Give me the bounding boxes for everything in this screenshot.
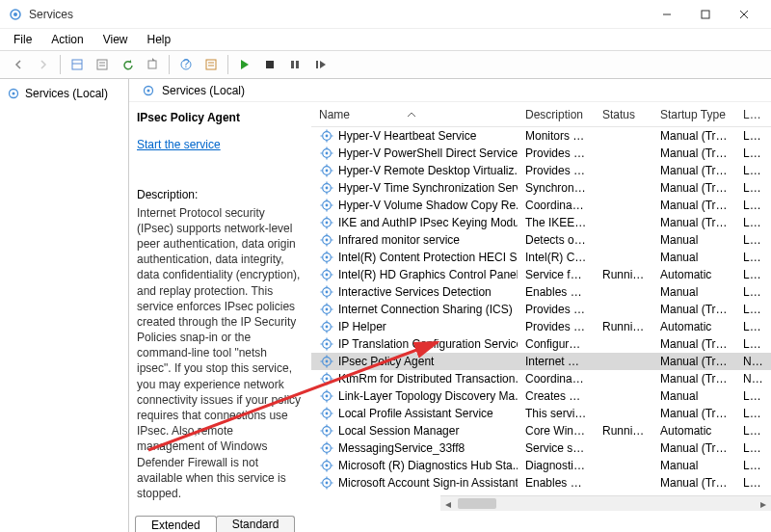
svg-text:?: ? xyxy=(183,58,190,70)
col-name[interactable]: Name xyxy=(311,108,518,121)
start-service-link[interactable]: Start the service xyxy=(137,137,221,152)
table-row[interactable]: Local Session ManagerCore Windo...Runnin… xyxy=(311,422,771,439)
service-desc: Internet Pro... xyxy=(518,355,595,368)
pause-service-button[interactable] xyxy=(283,53,306,76)
gear-icon xyxy=(319,336,334,352)
table-row[interactable]: Hyper-V PowerShell Direct ServiceProvide… xyxy=(311,145,771,162)
properties2-button[interactable] xyxy=(199,53,223,76)
table-row[interactable]: Hyper-V Time Synchronization Serv...Sync… xyxy=(311,179,771,197)
service-logon: Loc xyxy=(735,199,764,212)
svg-point-62 xyxy=(326,239,329,242)
table-row[interactable]: Local Profile Assistant ServiceThis serv… xyxy=(311,405,771,422)
menu-action[interactable]: Action xyxy=(41,31,93,48)
gear-icon xyxy=(319,388,334,404)
maximize-button[interactable] xyxy=(686,1,725,28)
properties-button[interactable] xyxy=(91,53,114,76)
table-row[interactable]: KtmRm for Distributed Transaction...Coor… xyxy=(311,370,771,387)
table-row[interactable]: Infrared monitor serviceDetects oth...Ma… xyxy=(311,231,771,249)
service-startup: Manual (Trig... xyxy=(652,441,735,455)
service-name: MessagingService_33ff8 xyxy=(338,441,465,455)
gear-icon xyxy=(319,180,334,196)
service-name: Hyper-V Remote Desktop Virtualiz... xyxy=(338,164,518,177)
gear-icon xyxy=(319,215,334,230)
svg-rect-18 xyxy=(291,61,294,68)
gear-icon xyxy=(319,128,334,144)
service-name: IP Translation Configuration Service xyxy=(338,337,518,351)
service-desc: Creates a N... xyxy=(518,389,595,403)
view-tabs: Extended Standard xyxy=(129,511,294,532)
start-service-button[interactable] xyxy=(233,53,256,76)
table-row[interactable]: Interactive Services DetectionEnables us… xyxy=(311,283,771,301)
help-button[interactable]: ? xyxy=(174,53,198,76)
col-description[interactable]: Description xyxy=(518,108,595,121)
gear-icon xyxy=(319,423,334,439)
stop-service-button[interactable] xyxy=(258,53,281,76)
table-row[interactable]: Internet Connection Sharing (ICS)Provide… xyxy=(311,301,771,318)
svg-point-1 xyxy=(13,13,17,16)
service-rows[interactable]: Hyper-V Heartbeat ServiceMonitors th...M… xyxy=(311,127,771,505)
service-name: Link-Layer Topology Discovery Ma... xyxy=(338,389,518,403)
service-desc: Provides ne... xyxy=(518,303,595,316)
tree-node-services-local[interactable]: Services (Local) xyxy=(0,83,128,104)
gear-icon xyxy=(319,284,334,300)
service-desc: Enables use... xyxy=(518,476,595,490)
horizontal-scrollbar[interactable]: ◂ ▸ xyxy=(440,495,771,511)
menu-file[interactable]: File xyxy=(4,31,41,48)
service-startup: Manual (Trig... xyxy=(652,476,735,490)
service-logon: Loc xyxy=(735,441,764,455)
tree-node-label: Services (Local) xyxy=(25,87,108,100)
table-row[interactable]: Link-Layer Topology Discovery Ma...Creat… xyxy=(311,387,771,405)
table-row[interactable]: Microsoft Account Sign-in AssistantEnabl… xyxy=(311,474,771,492)
service-startup: Manual (Trig... xyxy=(652,146,735,160)
col-logon[interactable]: Log On As xyxy=(735,108,764,121)
service-desc: The IKEEXT ... xyxy=(518,216,595,229)
menu-help[interactable]: Help xyxy=(138,31,181,48)
scroll-right-icon[interactable]: ▸ xyxy=(756,496,771,511)
service-desc: Core Windo... xyxy=(518,424,595,438)
gear-icon xyxy=(319,319,334,334)
refresh-button[interactable] xyxy=(116,53,139,76)
service-logon: Loc xyxy=(735,320,764,333)
col-status[interactable]: Status xyxy=(595,108,652,121)
table-row[interactable]: Microsoft (R) Diagnostics Hub Sta...Diag… xyxy=(311,457,771,474)
restart-service-button[interactable] xyxy=(308,53,332,76)
forward-button[interactable] xyxy=(32,53,55,76)
gear-icon xyxy=(319,354,334,369)
table-row[interactable]: IPsec Policy AgentInternet Pro...Manual … xyxy=(311,353,771,370)
minimize-button[interactable] xyxy=(648,1,686,28)
svg-rect-11 xyxy=(148,61,156,68)
service-status: Running xyxy=(595,424,652,438)
svg-point-110 xyxy=(326,378,329,381)
table-row[interactable]: Intel(R) HD Graphics Control Panel...Ser… xyxy=(311,266,771,283)
tab-standard[interactable]: Standard xyxy=(216,516,296,532)
svg-point-68 xyxy=(326,256,329,259)
table-row[interactable]: Hyper-V Volume Shadow Copy Re...Coordina… xyxy=(311,197,771,214)
table-row[interactable]: Hyper-V Heartbeat ServiceMonitors th...M… xyxy=(311,127,771,145)
export-button[interactable] xyxy=(141,53,164,76)
table-row[interactable]: MessagingService_33ff8Service sup...Manu… xyxy=(311,439,771,457)
table-row[interactable]: Intel(R) Content Protection HECI S...Int… xyxy=(311,249,771,266)
table-row[interactable]: IP Translation Configuration ServiceConf… xyxy=(311,335,771,353)
service-startup: Manual (Trig... xyxy=(652,337,735,351)
service-logon: Loc xyxy=(735,476,764,490)
service-name: IKE and AuthIP IPsec Keying Modu... xyxy=(338,216,518,229)
gear-icon xyxy=(319,475,334,491)
table-row[interactable]: IKE and AuthIP IPsec Keying Modu...The I… xyxy=(311,214,771,231)
col-startup[interactable]: Startup Type xyxy=(652,108,735,121)
scroll-left-icon[interactable]: ◂ xyxy=(440,496,456,511)
table-row[interactable]: IP HelperProvides tu...RunningAutomaticL… xyxy=(311,318,771,335)
show-hide-button[interactable] xyxy=(66,53,89,76)
service-startup: Automatic xyxy=(652,424,735,438)
service-startup: Automatic xyxy=(652,268,735,281)
tab-extended[interactable]: Extended xyxy=(135,516,217,532)
close-button[interactable] xyxy=(725,1,763,28)
scrollbar-thumb[interactable] xyxy=(458,498,496,509)
menu-view[interactable]: View xyxy=(93,31,138,48)
back-button[interactable] xyxy=(7,53,30,76)
service-name: IPsec Policy Agent xyxy=(338,355,434,368)
right-header-title: Services (Local) xyxy=(162,84,245,97)
table-row[interactable]: Hyper-V Remote Desktop Virtualiz...Provi… xyxy=(311,162,771,179)
service-logon: Net xyxy=(735,372,764,386)
toolbar: ? xyxy=(0,50,771,79)
service-startup: Manual (Trig... xyxy=(652,181,735,195)
